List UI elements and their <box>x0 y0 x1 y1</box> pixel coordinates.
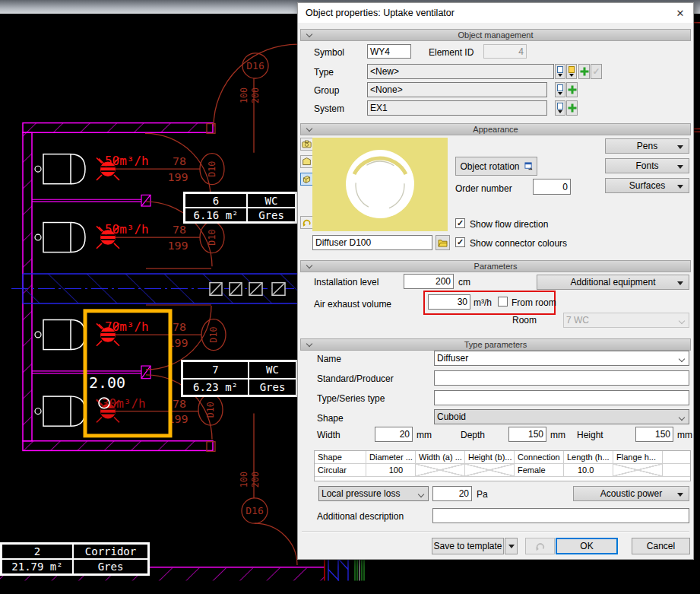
type-apply-button[interactable]: ✓ <box>591 64 602 79</box>
sheet-icon <box>302 157 312 167</box>
wall-top[interactable] <box>23 123 215 134</box>
section-type-parameters[interactable]: Type parameters <box>300 338 691 351</box>
symbol-input[interactable]: WY4 <box>367 44 411 59</box>
object-rotation-button[interactable]: Object rotation <box>455 157 537 176</box>
browse-symbol-button[interactable] <box>436 235 450 250</box>
connector-table-row[interactable]: Circular 100 Female 10.0 <box>315 464 690 477</box>
local-pressure-loss-combo[interactable]: Local pressure loss <box>318 486 429 501</box>
page-icon <box>557 66 563 73</box>
installation-level-input[interactable]: 200 <box>404 274 454 289</box>
room-stamp-wc6[interactable]: 6 WC 6.16 m² Gres <box>183 192 297 224</box>
dimension-text: 2.00 <box>89 375 125 392</box>
dropdown-arrow-icon <box>558 92 562 95</box>
undo-arrow-icon <box>302 218 312 227</box>
chevron-down-icon <box>679 415 685 421</box>
plus-icon <box>568 86 576 94</box>
type-catalog-button[interactable] <box>566 64 577 79</box>
flow-label: 50m³/h <box>105 222 149 237</box>
door-tag-bottom[interactable]: D16 100 200 <box>239 472 268 523</box>
connector-table[interactable]: Shape Diameter ... Width (a) ... Height … <box>314 450 691 481</box>
revert-button[interactable] <box>525 538 555 554</box>
cell-diameter[interactable]: 100 <box>366 464 416 477</box>
cancel-button[interactable]: Cancel <box>632 538 690 554</box>
riser-dim: 200 <box>250 472 261 488</box>
dialog-titlebar[interactable]: Object properties: Uptake ventilator ✕ <box>298 3 693 23</box>
fonts-dropdown-button[interactable]: Fonts <box>605 158 689 173</box>
save-to-template-button[interactable]: Save to template <box>432 538 504 554</box>
system-combo[interactable]: EX1 <box>367 100 547 116</box>
room-stamp-corridor[interactable]: 2 Corridor 21.79 m² Gres <box>0 542 150 576</box>
room-number: 2 <box>2 544 73 559</box>
room-number: 6 <box>185 193 247 208</box>
diffuser-symbol-selected: 30m³/h 78 199 D10 <box>97 394 223 425</box>
element-id-value: 4 <box>483 44 527 59</box>
door-tag-top[interactable]: D16 100 200 <box>239 53 268 103</box>
col-connection: Connection <box>515 451 564 464</box>
system-pick-button[interactable] <box>555 100 565 116</box>
depth-input[interactable]: 150 <box>508 427 546 442</box>
save-to-template-menu-button[interactable] <box>505 538 518 554</box>
acoustic-power-dropdown-button[interactable]: Acoustic power <box>573 486 689 501</box>
group-pick-button[interactable] <box>555 82 565 97</box>
col-diameter: Diameter ... <box>366 451 416 464</box>
name-combo[interactable]: Diffuser <box>434 351 689 366</box>
order-number-input[interactable]: 0 <box>533 179 571 195</box>
preview-name-input[interactable]: Diffuser D100 <box>312 235 432 250</box>
riser-dim: 100 <box>239 472 249 488</box>
shape-combo[interactable]: Cuboid <box>434 409 689 424</box>
pens-dropdown-button[interactable]: Pens <box>605 138 689 154</box>
height-input[interactable]: 150 <box>635 427 673 442</box>
room-number: 7 <box>182 361 249 379</box>
type-series-input[interactable] <box>434 390 689 405</box>
room-label: Room <box>512 315 537 326</box>
close-icon[interactable]: ✕ <box>673 6 687 20</box>
show-connector-colours-checkbox[interactable]: ✓ <box>455 237 465 247</box>
connection-dim-top: 78 <box>173 397 186 410</box>
connection-dim-top: 78 <box>173 154 186 167</box>
cell-connection[interactable]: Female <box>515 464 564 477</box>
local-pressure-loss-input[interactable]: 20 <box>432 486 472 501</box>
type-add-button[interactable] <box>578 64 590 79</box>
width-label: Width <box>317 430 340 440</box>
surfaces-dropdown-button[interactable]: Surfaces <box>605 178 689 193</box>
chevron-down-icon <box>679 318 685 324</box>
view-3d-button[interactable] <box>300 173 313 186</box>
width-input[interactable]: 20 <box>375 427 413 442</box>
snapshot-view-button[interactable] <box>300 138 313 151</box>
group-add-button[interactable] <box>566 82 578 97</box>
section-appearance[interactable]: Appearance <box>300 123 691 135</box>
cell-shape[interactable]: Circular <box>315 464 366 477</box>
page-icon <box>557 84 563 91</box>
standard-producer-label: Standard/Producer <box>317 373 394 384</box>
cell-length-h[interactable]: 10.0 <box>564 464 613 477</box>
type-combo[interactable]: <New> <box>367 64 554 79</box>
additional-equipment-label: Additional equipment <box>570 277 655 287</box>
room-stamp-wc7[interactable]: 7 WC 6.23 m² Gres <box>181 360 298 397</box>
wall-bottom[interactable] <box>23 441 215 452</box>
type-pick-button[interactable] <box>555 64 565 79</box>
standard-producer-input[interactable] <box>434 370 689 386</box>
group-combo[interactable]: <None> <box>367 82 547 97</box>
ok-button[interactable]: OK <box>556 538 618 554</box>
section-parameters[interactable]: Parameters <box>300 260 691 272</box>
plus-icon <box>580 68 588 76</box>
object-preview[interactable] <box>312 138 448 231</box>
reset-view-button[interactable] <box>300 216 313 229</box>
system-add-button[interactable] <box>566 100 578 116</box>
riser-dim: 100 <box>239 87 249 103</box>
height-unit: mm <box>677 430 692 440</box>
show-connector-colours-label: Show connector colours <box>470 238 567 249</box>
plan-view-button[interactable] <box>300 155 313 168</box>
show-flow-direction-checkbox[interactable]: ✓ <box>455 218 465 228</box>
section-object-management[interactable]: Object management <box>300 29 691 41</box>
room-floor: Gres <box>249 379 296 396</box>
col-height-b: Height (b)... <box>465 451 515 464</box>
from-room-checkbox[interactable] <box>498 297 508 307</box>
additional-equipment-dropdown-button[interactable]: Additional equipment <box>537 275 689 290</box>
additional-description-input[interactable] <box>432 508 689 523</box>
room-name: WC <box>247 193 296 208</box>
air-exhaust-volume-input[interactable]: 30 <box>428 294 470 310</box>
depth-label: Depth <box>461 430 485 440</box>
dropdown-arrow-icon <box>558 110 562 113</box>
installation-level-label: Installation level <box>314 277 379 287</box>
